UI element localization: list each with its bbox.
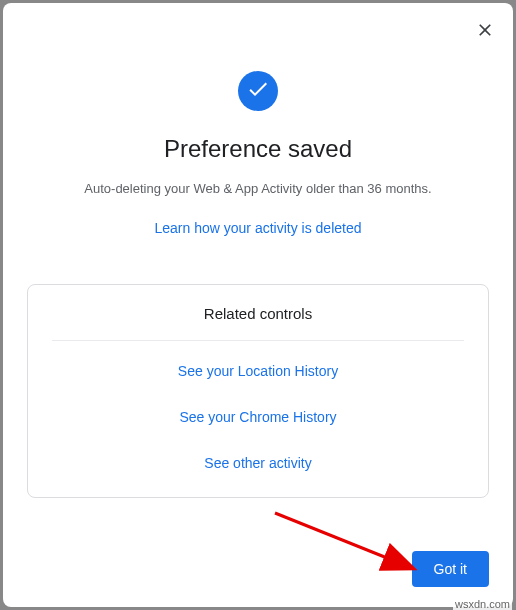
close-icon	[475, 20, 495, 43]
learn-link[interactable]: Learn how your activity is deleted	[155, 220, 362, 236]
related-controls-card: Related controls See your Location Histo…	[27, 284, 489, 498]
card-title: Related controls	[52, 305, 464, 341]
dialog-footer: Got it	[27, 539, 489, 587]
dialog-content: Preference saved Auto-deleting your Web …	[27, 23, 489, 539]
location-history-link[interactable]: See your Location History	[178, 363, 338, 379]
close-button[interactable]	[471, 17, 499, 45]
checkmark-icon	[246, 77, 270, 105]
chrome-history-link[interactable]: See your Chrome History	[179, 409, 336, 425]
check-badge	[238, 71, 278, 111]
watermark: wsxdn.com	[453, 598, 512, 610]
other-activity-link[interactable]: See other activity	[204, 455, 311, 471]
preference-saved-dialog: Preference saved Auto-deleting your Web …	[3, 3, 513, 607]
dialog-title: Preference saved	[164, 135, 352, 163]
card-links: See your Location History See your Chrom…	[52, 363, 464, 471]
dialog-subtitle: Auto-deleting your Web & App Activity ol…	[84, 181, 431, 196]
got-it-button[interactable]: Got it	[412, 551, 489, 587]
